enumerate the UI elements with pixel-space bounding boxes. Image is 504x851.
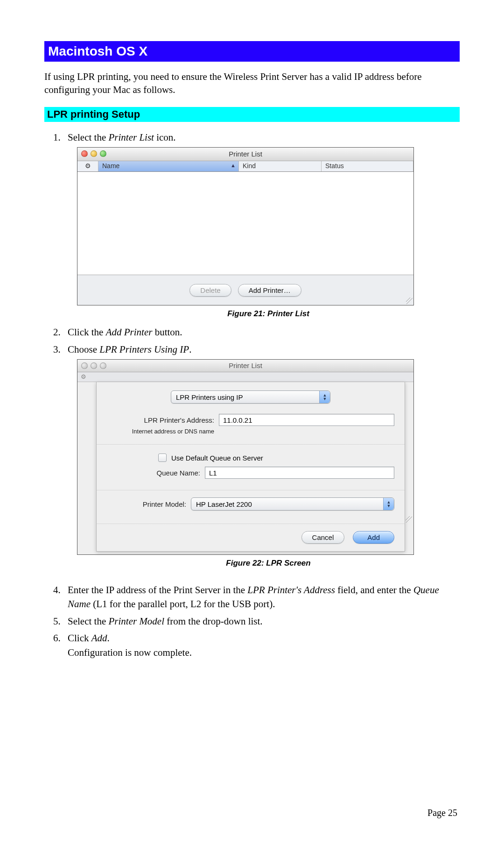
- delete-button[interactable]: Delete: [189, 284, 231, 297]
- printer-list-body: [77, 172, 413, 275]
- add-printer-button[interactable]: Add Printer…: [238, 284, 301, 297]
- use-default-queue-label: Use Default Queue on Server: [171, 454, 263, 462]
- resize-grip-icon[interactable]: [406, 516, 412, 523]
- cancel-button[interactable]: Cancel: [301, 531, 345, 544]
- page-number: Page 25: [427, 808, 457, 818]
- add-button[interactable]: Add: [353, 531, 394, 544]
- address-hint: Internet address or DNS name: [107, 428, 219, 435]
- close-icon: [81, 362, 88, 369]
- address-input[interactable]: 11.0.0.21: [219, 414, 394, 426]
- gear-icon[interactable]: ⚙: [77, 161, 98, 171]
- close-icon[interactable]: [81, 150, 88, 157]
- chevron-updown-icon: ▲▼: [319, 391, 330, 403]
- step-1: Select the Printer List icon.: [63, 130, 460, 144]
- figure-22-caption: Figure 22: LPR Screen: [77, 559, 460, 568]
- step-3: Choose LPR Printers Using IP.: [63, 342, 460, 356]
- step-4: Enter the IP address of the Print Server…: [63, 583, 460, 611]
- column-kind[interactable]: Kind: [239, 161, 322, 171]
- heading-macintosh: Macintosh OS X: [44, 41, 460, 62]
- intro-paragraph: If using LPR printing, you need to ensur…: [44, 70, 460, 97]
- step-5: Select the Printer Model from the drop-d…: [63, 614, 460, 628]
- address-label: LPR Printer's Address:: [107, 416, 219, 424]
- lpr-dialog-window: Printer List ⚙ LPR Printers using IP ▲▼ …: [77, 359, 414, 555]
- use-default-queue-checkbox[interactable]: [158, 454, 167, 462]
- minimize-icon: [91, 362, 97, 369]
- window-title-text: Printer List: [229, 150, 262, 158]
- lpr-sheet: LPR Printers using IP ▲▼ LPR Printer's A…: [96, 382, 405, 552]
- resize-grip-icon[interactable]: [406, 298, 413, 304]
- sort-icon: ▲: [231, 163, 236, 168]
- zoom-icon: [100, 362, 106, 369]
- gear-icon: ⚙: [77, 372, 90, 380]
- column-status[interactable]: Status: [322, 161, 413, 171]
- column-name[interactable]: Name▲: [98, 161, 239, 171]
- window-titlebar: Printer List: [77, 360, 413, 372]
- zoom-icon[interactable]: [100, 150, 106, 157]
- heading-lpr-setup: LPR printing Setup: [44, 107, 460, 122]
- column-headers: ⚙ Name▲ Kind Status: [77, 161, 413, 172]
- window-titlebar: Printer List: [77, 148, 413, 161]
- queue-name-input[interactable]: L1: [205, 467, 394, 479]
- printer-model-dropdown[interactable]: HP LaserJet 2200 ▲▼: [191, 497, 394, 511]
- printer-list-window: Printer List ⚙ Name▲ Kind Status Delete …: [77, 147, 414, 305]
- printer-model-label: Printer Model:: [107, 500, 191, 508]
- chevron-updown-icon: ▲▼: [383, 498, 394, 510]
- window-title-text: Printer List: [229, 362, 262, 369]
- minimize-icon[interactable]: [91, 150, 97, 157]
- queue-name-label: Queue Name:: [107, 469, 205, 477]
- figure-21-caption: Figure 21: Printer List: [77, 309, 460, 319]
- step-2: Click the Add Printer button.: [63, 325, 460, 339]
- connection-type-dropdown[interactable]: LPR Printers using IP ▲▼: [171, 390, 330, 404]
- step-6: Click Add. Configuration is now complete…: [63, 631, 460, 660]
